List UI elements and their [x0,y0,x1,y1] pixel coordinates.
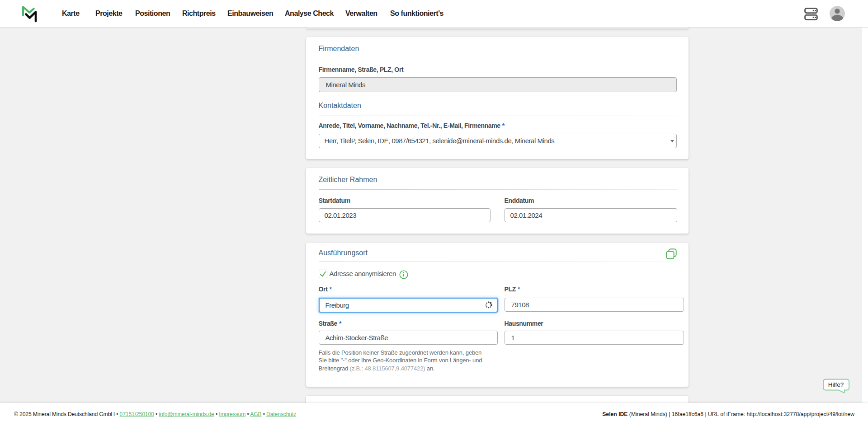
svg-text:Hilfe?: Hilfe? [828,381,844,388]
